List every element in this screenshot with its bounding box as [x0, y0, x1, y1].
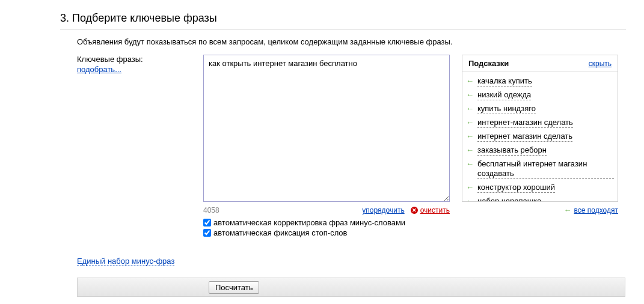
arrow-left-icon[interactable]: ←: [466, 104, 474, 114]
autocorrect-checkbox[interactable]: [203, 219, 211, 226]
autocorrect-checkbox-row[interactable]: автоматическая корректировка фраз минус-…: [203, 218, 450, 227]
autocorrect-label: автоматическая корректировка фраз минус-…: [213, 218, 405, 227]
clear-label: очистить: [420, 206, 450, 214]
hint-text[interactable]: низкий одежда: [477, 90, 531, 100]
stopwords-checkbox-row[interactable]: автоматическая фиксация стоп-слов: [203, 228, 450, 237]
hint-item: ←низкий одежда: [466, 88, 614, 102]
keywords-textarea[interactable]: [203, 55, 450, 202]
section-title: 3. Подберите ключевые фразы: [60, 12, 626, 25]
section-title-text: Подберите ключевые фразы: [72, 12, 217, 24]
arrow-left-icon[interactable]: ←: [466, 196, 474, 201]
calculate-button[interactable]: Посчитать: [209, 281, 259, 294]
hint-text[interactable]: бесплатный интернет магазин создавать: [477, 159, 614, 179]
keywords-label: Ключевые фразы:: [77, 55, 191, 64]
clear-link[interactable]: ✕ очистить: [411, 206, 450, 214]
hint-text[interactable]: заказывать реборн: [477, 145, 547, 156]
sort-link[interactable]: упорядочить: [362, 206, 404, 214]
hint-item: ←интернет-магазин сделать: [466, 116, 614, 130]
section-description: Объявления будут показываться по всем за…: [77, 37, 626, 46]
arrow-left-icon[interactable]: ←: [466, 159, 474, 169]
hint-item: ←заказывать реборн: [466, 144, 614, 157]
all-fit-link[interactable]: все подходят: [574, 206, 618, 214]
arrow-left-icon[interactable]: ←: [466, 76, 474, 86]
arrow-left-icon[interactable]: ←: [466, 183, 474, 192]
arrow-left-icon[interactable]: ←: [466, 145, 474, 155]
hint-text[interactable]: интернет магазин сделать: [477, 132, 572, 142]
char-counter: 4058: [203, 206, 219, 214]
arrow-left-icon[interactable]: ←: [466, 132, 474, 141]
arrow-left-icon[interactable]: ←: [466, 118, 474, 127]
hint-item: ←набор черепашка: [466, 195, 614, 201]
stopwords-checkbox[interactable]: [203, 229, 211, 237]
arrow-left-icon[interactable]: ←: [564, 205, 572, 215]
hint-item: ←купить ниндзяго: [466, 102, 614, 116]
arrow-left-icon[interactable]: ←: [466, 90, 474, 100]
hint-text[interactable]: купить ниндзяго: [477, 104, 536, 114]
hint-text[interactable]: набор черепашка: [477, 196, 541, 201]
hint-item: ←бесплатный интернет магазин создавать: [466, 157, 614, 181]
hint-item: ←интернет магазин сделать: [466, 130, 614, 144]
hints-title: Подсказки: [468, 59, 509, 68]
hint-text[interactable]: интернет-магазин сделать: [477, 118, 573, 128]
hint-item: ←конструктор хороший: [466, 181, 614, 195]
section-number: 3.: [60, 12, 69, 24]
hide-hints-link[interactable]: скрыть: [589, 59, 612, 68]
divider: [60, 29, 626, 30]
hint-text[interactable]: конструктор хороший: [477, 183, 555, 193]
hint-text[interactable]: качалка купить: [477, 76, 532, 87]
hints-panel: Подсказки скрыть ←качалка купить←низкий …: [462, 55, 618, 202]
stopwords-label: автоматическая фиксация стоп-слов: [213, 228, 348, 237]
pick-keywords-link[interactable]: подобрать...: [77, 65, 121, 74]
hint-item: ←качалка купить: [466, 74, 614, 88]
footer-bar: Посчитать: [77, 278, 625, 297]
minus-phrases-link[interactable]: Единый набор минус-фраз: [77, 257, 174, 266]
close-icon: ✕: [411, 207, 418, 214]
